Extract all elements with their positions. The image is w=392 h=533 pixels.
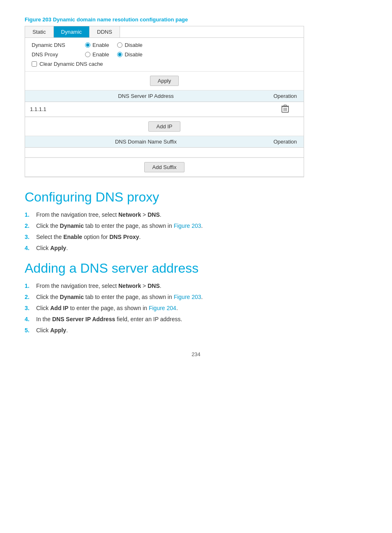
dynamic-dns-enable-radio[interactable] <box>85 42 90 48</box>
step-num: 3. <box>25 233 36 241</box>
step-num: 4. <box>25 244 36 253</box>
add-suffix-button-row: Add Suffix <box>25 158 304 177</box>
dns-op-cell <box>267 102 304 117</box>
step-text: Select the Enable option for DNS Proxy. <box>36 233 141 241</box>
step-text: Click Add IP to enter the page, as shown… <box>36 304 178 313</box>
dns-proxy-enable-label: Enable <box>92 51 109 58</box>
add-ip-button[interactable]: Add IP <box>148 121 180 132</box>
dns-suffix-empty-row <box>25 148 304 158</box>
add-ip-button-row: Add IP <box>25 117 304 136</box>
step-text: From the navigation tree, select Network… <box>36 211 161 219</box>
dns-suffix-name-header: DNS Domain Name Suffix <box>25 136 267 148</box>
configuring-dns-proxy-steps: 1. From the navigation tree, select Netw… <box>25 211 367 253</box>
delete-icon[interactable] <box>281 108 289 114</box>
dns-proxy-enable-option[interactable]: Enable <box>85 51 109 58</box>
step-item: 3. Click Add IP to enter the page, as sh… <box>25 304 367 313</box>
step-item: 5. Click Apply. <box>25 326 367 335</box>
dynamic-dns-disable-option[interactable]: Disable <box>117 42 142 48</box>
dynamic-dns-enable-option[interactable]: Enable <box>85 42 109 48</box>
step-text: Click Apply. <box>36 326 68 335</box>
step-item: 1. From the navigation tree, select Netw… <box>25 282 367 290</box>
dns-proxy-label: DNS Proxy <box>32 51 85 58</box>
dynamic-dns-label: Dynamic DNS <box>32 42 85 48</box>
dynamic-dns-row: Dynamic DNS Enable Disable <box>32 42 297 48</box>
dns-server-op-header: Operation <box>267 90 304 102</box>
dns-suffix-table: DNS Domain Name Suffix Operation <box>25 136 304 158</box>
dns-ip-cell: 1.1.1.1 <box>25 102 267 117</box>
step-num: 1. <box>25 211 36 219</box>
adding-dns-server-heading: Adding a DNS server address <box>25 261 367 276</box>
tab-ddns[interactable]: DDNS <box>90 26 120 37</box>
step-item: 1. From the navigation tree, select Netw… <box>25 211 367 219</box>
step-item: 2. Click the Dynamic tab to enter the pa… <box>25 222 367 230</box>
dynamic-dns-disable-label: Disable <box>125 42 142 48</box>
step-text: Click Apply. <box>36 244 68 253</box>
add-suffix-button[interactable]: Add Suffix <box>144 162 184 172</box>
apply-button[interactable]: Apply <box>150 76 179 86</box>
step-num: 2. <box>25 293 36 301</box>
dynamic-dns-enable-label: Enable <box>92 42 109 48</box>
step-num: 1. <box>25 282 36 290</box>
page-number: 234 <box>25 351 367 357</box>
tab-static[interactable]: Static <box>25 26 54 37</box>
step-item: 4. Click Apply. <box>25 244 367 253</box>
apply-button-row: Apply <box>25 72 304 90</box>
figure-203-link-2[interactable]: Figure 203 <box>174 294 201 300</box>
dns-proxy-disable-label: Disable <box>125 51 142 58</box>
dns-server-table: DNS Server IP Address Operation 1.1.1.1 <box>25 90 304 117</box>
tab-bar: Static Dynamic DDNS <box>25 26 304 38</box>
step-item: 2. Click the Dynamic tab to enter the pa… <box>25 293 367 301</box>
dns-proxy-disable-option[interactable]: Disable <box>117 51 142 58</box>
clear-cache-row: Clear Dynamic DNS cache <box>32 61 297 67</box>
figure-caption: Figure 203 Dynamic domain name resolutio… <box>25 16 367 23</box>
configuring-dns-proxy-heading: Configuring DNS proxy <box>25 190 367 205</box>
dns-proxy-radio-group: Enable Disable <box>85 51 143 58</box>
step-text: Click the Dynamic tab to enter the page,… <box>36 222 203 230</box>
ui-panel: Static Dynamic DDNS Dynamic DNS Enable D… <box>25 26 304 177</box>
figure-204-link[interactable]: Figure 204 <box>149 305 176 311</box>
svg-rect-2 <box>284 105 286 106</box>
dns-proxy-disable-radio[interactable] <box>117 52 122 57</box>
tab-dynamic[interactable]: Dynamic <box>54 26 90 37</box>
step-text: From the navigation tree, select Network… <box>36 282 161 290</box>
dynamic-dns-disable-radio[interactable] <box>117 42 122 48</box>
step-num: 3. <box>25 304 36 313</box>
clear-cache-checkbox[interactable] <box>32 61 37 67</box>
adding-dns-server-steps: 1. From the navigation tree, select Netw… <box>25 282 367 335</box>
clear-cache-label: Clear Dynamic DNS cache <box>39 61 103 67</box>
dns-proxy-row: DNS Proxy Enable Disable <box>32 51 297 58</box>
form-section: Dynamic DNS Enable Disable DNS Proxy Ena… <box>25 38 304 72</box>
step-text: Click the Dynamic tab to enter the page,… <box>36 293 203 301</box>
dns-suffix-op-header: Operation <box>267 136 304 148</box>
dynamic-dns-radio-group: Enable Disable <box>85 42 143 48</box>
table-row: 1.1.1.1 <box>25 102 304 117</box>
step-item: 4. In the DNS Server IP Address field, e… <box>25 315 367 324</box>
step-text: In the DNS Server IP Address field, ente… <box>36 315 182 324</box>
figure-203-link-1[interactable]: Figure 203 <box>174 222 201 229</box>
step-num: 4. <box>25 315 36 324</box>
dns-server-table-wrapper: DNS Server IP Address Operation 1.1.1.1 <box>25 90 304 117</box>
step-item: 3. Select the Enable option for DNS Prox… <box>25 233 367 241</box>
dns-server-ip-header: DNS Server IP Address <box>25 90 267 102</box>
dns-proxy-enable-radio[interactable] <box>85 52 90 57</box>
step-num: 2. <box>25 222 36 230</box>
step-num: 5. <box>25 326 36 335</box>
dns-suffix-table-wrapper: DNS Domain Name Suffix Operation <box>25 136 304 158</box>
